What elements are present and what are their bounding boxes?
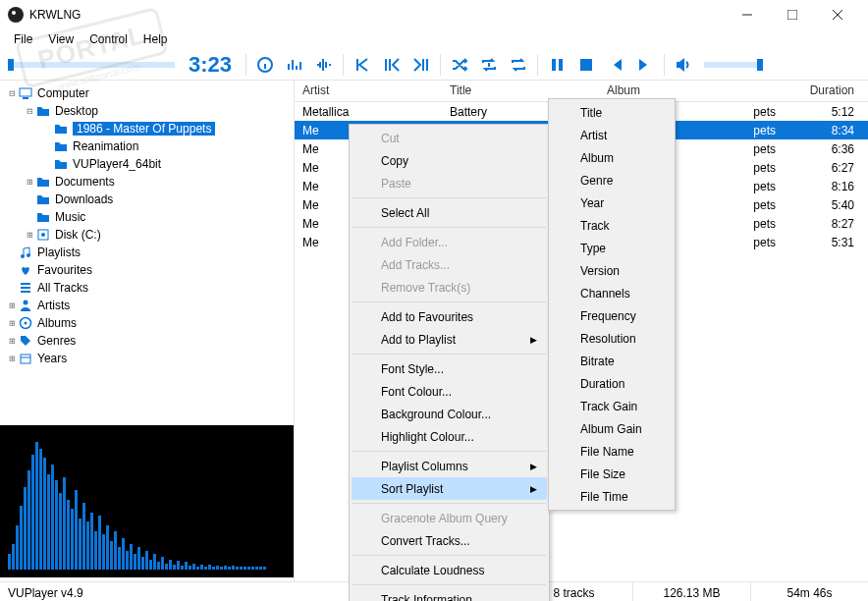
col-artist[interactable]: Artist	[295, 81, 442, 101]
tree-item[interactable]: ⊞Disk (C:)	[0, 226, 294, 244]
tree-expander-icon[interactable]: ⊞	[6, 319, 18, 328]
tree-item[interactable]: All Tracks	[0, 279, 294, 297]
folder-icon	[35, 192, 51, 206]
menu-item[interactable]: Version	[551, 259, 673, 282]
waveform-icon[interactable]	[311, 52, 337, 78]
minimize-button[interactable]	[725, 0, 770, 29]
menu-file[interactable]: File	[6, 30, 40, 48]
menu-item[interactable]: Duration	[551, 372, 673, 395]
maximize-button[interactable]	[770, 0, 815, 29]
menu-item: Add Folder...	[352, 231, 547, 253]
menu-item[interactable]: Album Gain	[551, 417, 673, 440]
menu-item[interactable]: Select All	[352, 201, 547, 224]
folder-icon	[35, 175, 51, 189]
tree-item[interactable]: ⊞Documents	[0, 173, 294, 191]
menu-control[interactable]: Control	[81, 30, 136, 48]
skip-back-icon[interactable]	[350, 52, 375, 78]
menu-item: Paste	[352, 172, 547, 194]
tree-expander-icon[interactable]: ⊞	[24, 231, 35, 240]
menu-view[interactable]: View	[40, 30, 81, 48]
menu-item[interactable]: Background Colour...	[352, 403, 547, 425]
folder-icon	[35, 210, 51, 224]
menu-item[interactable]: Playlist Columns▶	[352, 455, 547, 477]
menu-item[interactable]: Track Gain	[551, 395, 673, 417]
tree-label: Playlists	[37, 246, 81, 259]
tree-expander-icon[interactable]: ⊞	[24, 178, 35, 187]
menu-item[interactable]: Calculate Loudness	[352, 559, 547, 581]
volume-icon[interactable]	[671, 52, 696, 78]
toolbar: 3:23	[0, 49, 868, 81]
tree-item[interactable]: ⊟Computer	[0, 84, 294, 102]
menu-item[interactable]: Sort Playlist▶	[352, 477, 547, 500]
tree-expander-icon[interactable]: ⊟	[24, 107, 35, 116]
next-track-icon[interactable]	[632, 52, 658, 78]
menu-item[interactable]: Genre	[551, 169, 673, 191]
col-duration[interactable]: Duration	[780, 81, 868, 101]
repeat-icon[interactable]	[506, 52, 531, 78]
menu-item[interactable]: Copy	[352, 149, 547, 172]
tree-item[interactable]: 1986 - Master Of Puppets	[0, 120, 294, 137]
menu-item[interactable]: Font Colour...	[352, 380, 547, 403]
close-button[interactable]	[815, 0, 860, 29]
menu-item[interactable]: Add to Playlist▶	[352, 328, 547, 351]
prev-section-icon[interactable]	[379, 52, 405, 78]
sort-submenu[interactable]: TitleArtistAlbumGenreYearTrackTypeVersio…	[548, 98, 676, 511]
tree-item[interactable]: ⊞Artists	[0, 297, 294, 314]
seek-slider[interactable]	[8, 62, 175, 68]
volume-slider[interactable]	[704, 62, 763, 68]
tree-label: Desktop	[55, 104, 98, 118]
tree-item[interactable]: Reanimation	[0, 137, 294, 155]
album-icon	[18, 316, 33, 330]
menu-item[interactable]: Resolution	[551, 327, 673, 350]
menu-item[interactable]: Frequency	[551, 304, 673, 327]
menu-item: Add Tracks...	[352, 253, 547, 276]
tree-item[interactable]: ⊞Genres	[0, 332, 294, 350]
tree-item[interactable]: VUPlayer4_64bit	[0, 155, 294, 173]
context-menu[interactable]: CutCopyPasteSelect AllAdd Folder...Add T…	[349, 124, 550, 601]
menu-item[interactable]: File Name	[551, 440, 673, 463]
menu-item[interactable]: Add to Favourites	[352, 305, 547, 328]
tree-expander-icon[interactable]: ⊞	[6, 355, 18, 363]
tree-item[interactable]: Favourites	[0, 261, 294, 279]
tree-label: Music	[55, 210, 85, 224]
tree-item[interactable]: ⊞Years	[0, 350, 294, 367]
tree-expander-icon[interactable]: ⊞	[6, 337, 18, 346]
tree-item[interactable]: ⊟Desktop	[0, 102, 294, 120]
svg-rect-5	[20, 88, 31, 96]
menu-item[interactable]: Type	[551, 237, 673, 259]
disk-icon	[35, 228, 51, 242]
window-title: KRWLNG	[29, 8, 81, 22]
tree-item[interactable]: Playlists	[0, 244, 294, 261]
menu-item[interactable]: Convert Tracks...	[352, 529, 547, 552]
prev-track-icon[interactable]	[603, 52, 628, 78]
tree-expander-icon[interactable]: ⊞	[6, 301, 18, 310]
next-section-icon[interactable]	[408, 52, 434, 78]
tree-item[interactable]: Music	[0, 208, 294, 226]
menu-item[interactable]: Album	[551, 146, 673, 169]
pause-icon[interactable]	[544, 52, 570, 78]
menu-item[interactable]: Highlight Colour...	[352, 425, 547, 448]
stop-icon[interactable]	[573, 52, 599, 78]
status-time: 54m 46s	[750, 582, 868, 601]
menu-item[interactable]: File Size	[551, 463, 673, 485]
menu-item[interactable]: Year	[551, 191, 673, 214]
repeat-one-icon[interactable]	[476, 52, 502, 78]
menu-item[interactable]: Track	[551, 214, 673, 237]
shuffle-icon[interactable]	[447, 52, 472, 78]
menu-item[interactable]: Track Information...	[352, 588, 547, 601]
menu-item[interactable]: Title	[551, 101, 673, 124]
submenu-arrow-icon: ▶	[530, 335, 537, 345]
menu-item[interactable]: File Time	[551, 485, 673, 508]
time-display: 3:23	[189, 52, 232, 78]
svg-rect-2	[552, 59, 556, 71]
tree-expander-icon[interactable]: ⊟	[6, 89, 18, 98]
menu-help[interactable]: Help	[136, 30, 176, 48]
tree-item[interactable]: Downloads	[0, 191, 294, 208]
tree-item[interactable]: ⊞Albums	[0, 314, 294, 332]
menu-item[interactable]: Artist	[551, 124, 673, 146]
menu-item[interactable]: Channels	[551, 282, 673, 304]
menu-item[interactable]: Font Style...	[352, 357, 547, 380]
menu-item[interactable]: Bitrate	[551, 350, 673, 372]
eq-bars-icon[interactable]	[282, 52, 307, 78]
info-icon[interactable]	[252, 52, 278, 78]
